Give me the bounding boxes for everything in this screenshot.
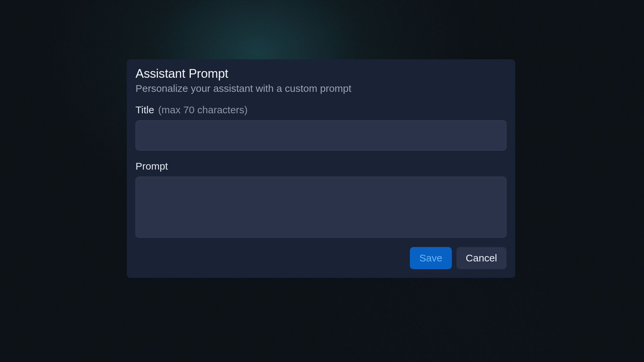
assistant-prompt-dialog: Assistant Prompt Personalize your assist…: [127, 59, 515, 278]
dialog-subtitle: Personalize your assistant with a custom…: [136, 83, 506, 94]
title-label-row: Title (max 70 characters): [136, 104, 506, 116]
prompt-label: Prompt: [136, 161, 168, 172]
title-hint: (max 70 characters): [158, 104, 248, 116]
title-field-group: Title (max 70 characters): [136, 104, 506, 150]
save-button[interactable]: Save: [410, 247, 451, 269]
prompt-textarea[interactable]: [136, 177, 506, 238]
title-input[interactable]: [136, 120, 506, 150]
dialog-title: Assistant Prompt: [136, 67, 506, 81]
prompt-label-row: Prompt: [136, 161, 506, 172]
dialog-button-row: Save Cancel: [136, 247, 506, 269]
title-label: Title: [136, 104, 154, 116]
prompt-field-group: Prompt: [136, 161, 506, 239]
cancel-button[interactable]: Cancel: [457, 247, 506, 269]
